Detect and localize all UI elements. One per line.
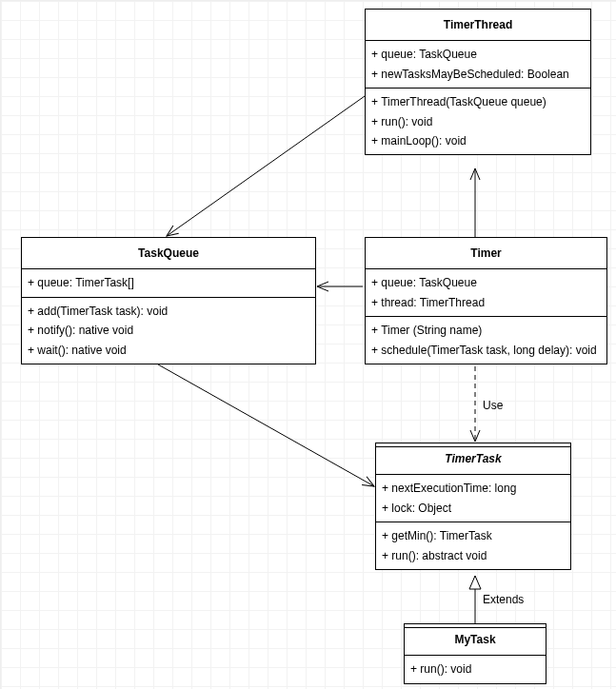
class-operations: + Timer (String name) + schedule(TimerTa… bbox=[366, 317, 606, 364]
class-mytask: MyTask + run(): void bbox=[404, 623, 546, 684]
class-attributes: + queue: TaskQueue + thread: TimerThread bbox=[366, 269, 606, 317]
attribute: + queue: TimerTask[] bbox=[28, 273, 309, 292]
operation: + getMin(): TimerTask bbox=[382, 526, 565, 545]
attribute: + nextExecutionTime: long bbox=[382, 479, 565, 498]
attribute: + lock: Object bbox=[382, 499, 565, 518]
operation: + run(): void bbox=[410, 659, 540, 679]
operation: + run(): void bbox=[371, 112, 585, 131]
diagram-canvas: TimerThread + queue: TaskQueue + newTask… bbox=[0, 0, 616, 689]
class-timerthread: TimerThread + queue: TaskQueue + newTask… bbox=[365, 9, 591, 155]
attribute: + queue: TaskQueue bbox=[371, 45, 585, 64]
operation: + Timer (String name) bbox=[371, 321, 601, 340]
operation: + mainLoop(): void bbox=[371, 131, 585, 150]
class-title: TaskQueue bbox=[22, 238, 315, 269]
class-attributes: + nextExecutionTime: long + lock: Object bbox=[376, 475, 570, 522]
operation: + TimerThread(TaskQueue queue) bbox=[371, 92, 585, 111]
edge-taskqueue-to-timertask bbox=[158, 364, 374, 486]
class-attributes: + queue: TimerTask[] bbox=[22, 269, 315, 297]
class-title: Timer bbox=[366, 238, 606, 269]
edge-timerthread-to-taskqueue bbox=[167, 96, 365, 236]
relationship-label-use: Use bbox=[483, 399, 503, 412]
class-operations: + run(): void bbox=[405, 656, 546, 682]
class-timertask: TimerTask + nextExecutionTime: long + lo… bbox=[375, 443, 571, 570]
class-attributes: + queue: TaskQueue + newTasksMayBeSchedu… bbox=[366, 41, 590, 89]
class-taskqueue: TaskQueue + queue: TimerTask[] + add(Tim… bbox=[21, 237, 316, 364]
class-operations: + add(TimerTask task): void + notify(): … bbox=[22, 298, 315, 364]
attribute: + newTasksMayBeScheduled: Boolean bbox=[371, 65, 585, 84]
class-title: TimerThread bbox=[366, 10, 590, 41]
attribute: + thread: TimerThread bbox=[371, 293, 601, 312]
class-operations: + getMin(): TimerTask + run(): abstract … bbox=[376, 522, 570, 569]
operation: + add(TimerTask task): void bbox=[28, 302, 309, 321]
class-timer: Timer + queue: TaskQueue + thread: Timer… bbox=[365, 237, 607, 364]
attribute: + queue: TaskQueue bbox=[371, 273, 601, 292]
operation: + run(): abstract void bbox=[382, 546, 565, 565]
operation: + notify(): native void bbox=[28, 321, 309, 340]
class-title: MyTask bbox=[405, 624, 546, 656]
class-operations: + TimerThread(TaskQueue queue) + run(): … bbox=[366, 89, 590, 154]
class-title: TimerTask bbox=[376, 443, 570, 475]
operation: + schedule(TimerTask task, long delay): … bbox=[371, 341, 601, 360]
relationship-label-extends: Extends bbox=[483, 593, 524, 606]
operation: + wait(): native void bbox=[28, 341, 309, 360]
